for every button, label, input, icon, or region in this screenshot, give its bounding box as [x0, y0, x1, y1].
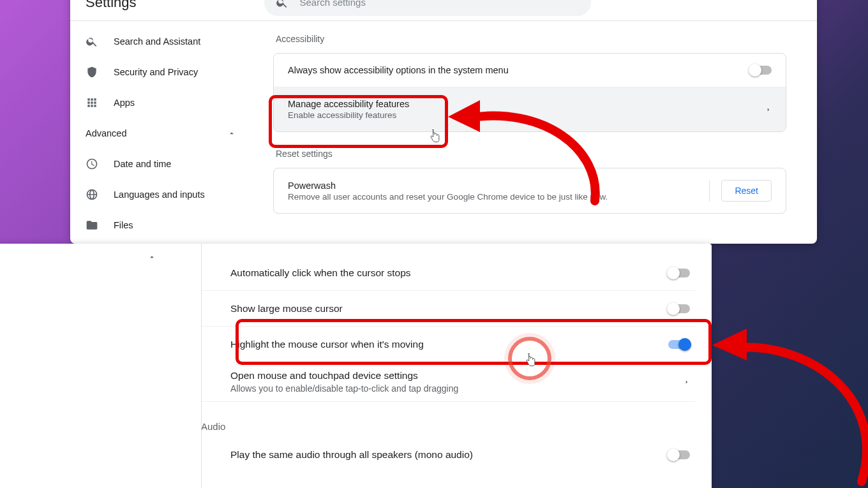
- settings-window-top: Settings Search settings Search and Assi…: [70, 0, 817, 244]
- sidebar-advanced-toggle[interactable]: Advanced: [70, 118, 255, 149]
- search-icon: [276, 0, 288, 9]
- accessibility-card: Always show accessibility options in the…: [273, 53, 786, 132]
- sidebar-item-apps[interactable]: Apps: [70, 87, 255, 118]
- main-panel-mouse: Automatically click when the cursor stop…: [201, 244, 712, 488]
- page-title: Settings: [86, 0, 137, 11]
- row-highlight-cursor[interactable]: Highlight the mouse cursor when it's mov…: [201, 327, 695, 362]
- sidebar-partial: x ecurity nd input s: [0, 244, 201, 488]
- toggle-autoclick[interactable]: [668, 269, 690, 277]
- row-sublabel: Enable accessibility features: [288, 110, 409, 120]
- toggle-show-accessibility-options[interactable]: [750, 66, 772, 75]
- header: Settings Search settings: [70, 0, 817, 21]
- sidebar-item-security-clipped[interactable]: ecurity: [0, 320, 201, 348]
- row-sublabel: Allows you to enable/disable tap-to-clic…: [230, 383, 458, 394]
- search-input[interactable]: Search settings: [264, 0, 591, 16]
- reset-button[interactable]: Reset: [721, 180, 772, 202]
- row-mono-audio[interactable]: Play the same audio through all speakers…: [201, 437, 695, 473]
- search-icon: [86, 35, 98, 48]
- collapse-icon[interactable]: [0, 253, 201, 272]
- shield-icon: [86, 66, 98, 78]
- sidebar-item-label: Apps: [114, 98, 135, 108]
- main-panel: Accessibility Always show accessibility …: [255, 21, 817, 244]
- settings-window-bottom: x ecurity nd input s Automatically click…: [0, 244, 712, 488]
- sidebar-item-security[interactable]: Security and Privacy: [70, 57, 255, 87]
- sidebar-advanced-label: Advanced: [86, 128, 127, 138]
- reset-card: Powerwash Remove all user accounts and r…: [273, 168, 786, 214]
- row-label: Powerwash: [288, 181, 608, 191]
- chevron-right-icon: [765, 107, 772, 113]
- toggle-highlight-cursor[interactable]: [668, 340, 690, 349]
- apps-icon: [86, 96, 98, 109]
- row-open-mouse-settings[interactable]: Open mouse and touchpad device settings …: [201, 362, 695, 402]
- chevron-up-icon: [227, 129, 236, 138]
- sidebar-item-date-time[interactable]: Date and time: [70, 149, 255, 179]
- sidebar-item-label: Search and Assistant: [114, 36, 200, 47]
- row-powerwash: Powerwash Remove all user accounts and r…: [274, 168, 786, 213]
- section-title-reset: Reset settings: [276, 149, 786, 159]
- sidebar-item-label: Files: [114, 220, 133, 230]
- sidebar: Search and Assistant Security and Privac…: [70, 21, 255, 244]
- sidebar-item-label: Security and Privacy: [114, 67, 198, 77]
- row-large-cursor[interactable]: Show large mouse cursor: [201, 291, 695, 327]
- divider: [709, 180, 710, 202]
- sidebar-item-label: Date and time: [114, 159, 171, 169]
- clock-icon: [86, 158, 98, 170]
- row-manage-accessibility[interactable]: Manage accessibility features Enable acc…: [274, 87, 786, 131]
- sidebar-item-s-clipped[interactable]: s: [0, 460, 201, 488]
- chevron-right-icon: [684, 379, 690, 385]
- row-show-accessibility-options[interactable]: Always show accessibility options in the…: [274, 54, 786, 87]
- row-sublabel: Remove all user accounts and reset your …: [288, 192, 608, 202]
- section-title-audio: Audio: [201, 421, 695, 432]
- sidebar-item-languages[interactable]: Languages and inputs: [70, 179, 255, 210]
- section-title-accessibility: Accessibility: [276, 34, 786, 44]
- sidebar-item-label: Languages and inputs: [114, 189, 205, 200]
- sidebar-divider: [201, 244, 202, 488]
- row-autoclick[interactable]: Automatically click when the cursor stop…: [201, 255, 695, 291]
- row-label: Show large mouse cursor: [230, 303, 343, 314]
- sidebar-item-search-assistant[interactable]: Search and Assistant: [70, 26, 255, 57]
- sidebar-item-files[interactable]: Files: [70, 210, 255, 240]
- svg-marker-1: [712, 329, 747, 360]
- row-label: Automatically click when the cursor stop…: [230, 267, 411, 279]
- row-label: Highlight the mouse cursor when it's mov…: [230, 339, 424, 350]
- folder-icon: [86, 219, 98, 232]
- row-label: Play the same audio through all speakers…: [230, 449, 473, 461]
- toggle-large-cursor[interactable]: [668, 304, 690, 313]
- sidebar-item-label-clipped[interactable]: x: [0, 291, 201, 320]
- row-label: Manage accessibility features: [288, 99, 409, 109]
- globe-icon: [86, 188, 98, 201]
- row-label: Open mouse and touchpad device settings: [230, 370, 458, 381]
- chevron-up-icon: [147, 253, 156, 262]
- toggle-mono-audio[interactable]: [668, 450, 690, 459]
- sidebar-item-inputs-clipped[interactable]: nd input: [0, 348, 201, 377]
- row-label: Always show accessibility options in the…: [288, 65, 509, 75]
- annotation-arrow-2: [708, 322, 868, 488]
- search-placeholder: Search settings: [300, 0, 366, 8]
